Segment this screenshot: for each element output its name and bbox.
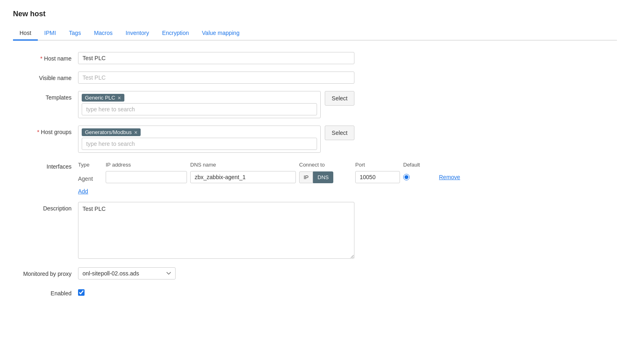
tab-ipmi[interactable]: IPMI — [38, 26, 63, 41]
page-title: New host — [13, 10, 617, 18]
interfaces-row: Interfaces Type IP address DNS name Conn… — [13, 160, 501, 195]
host-groups-select-button[interactable]: Select — [325, 126, 354, 140]
description-label: Description — [13, 202, 78, 212]
templates-control: Generic PLC × Select — [78, 91, 354, 118]
description-row: Description Test PLC — [13, 202, 501, 260]
visible-name-row: Visible name — [13, 72, 501, 84]
template-tag-remove[interactable]: × — [117, 95, 121, 101]
visible-name-control — [78, 72, 354, 84]
templates-label: Templates — [13, 91, 78, 101]
col-action-header — [439, 162, 471, 168]
proxy-control: onl-sitepoll-02.oss.ads — [78, 267, 354, 280]
host-group-tag-generators: Generators/Modbus × — [82, 128, 141, 136]
interface-ip-input[interactable] — [106, 171, 187, 183]
col-default-header: Default — [403, 162, 436, 168]
host-groups-label: Host groups — [13, 126, 78, 135]
tab-inventory[interactable]: Inventory — [119, 26, 156, 41]
template-tag-generic-plc: Generic PLC × — [82, 94, 124, 102]
templates-tag-wrapper[interactable]: Generic PLC × — [78, 91, 321, 118]
interface-port-input[interactable] — [355, 171, 400, 183]
enabled-control — [78, 287, 354, 296]
col-connect-header: Connect to — [299, 162, 352, 168]
tab-encryption[interactable]: Encryption — [156, 26, 196, 41]
template-tag-label: Generic PLC — [85, 95, 115, 101]
col-ip-header: IP address — [106, 162, 187, 168]
proxy-select[interactable]: onl-sitepoll-02.oss.ads — [78, 267, 176, 280]
host-name-control — [78, 52, 354, 64]
host-groups-control: Generators/Modbus × Select — [78, 126, 354, 153]
col-port-header: Port — [355, 162, 400, 168]
visible-name-input[interactable] — [78, 72, 354, 84]
templates-search-input[interactable] — [82, 103, 317, 115]
host-groups-tag-wrapper[interactable]: Generators/Modbus × — [78, 126, 321, 153]
tab-macros[interactable]: Macros — [87, 26, 119, 41]
col-type-header: Type — [78, 162, 102, 168]
connect-dns-button[interactable]: DNS — [313, 171, 333, 183]
interface-ip-wrapper — [106, 171, 187, 183]
tab-host[interactable]: Host — [13, 26, 38, 41]
templates-select-button[interactable]: Select — [325, 91, 354, 106]
host-group-tag-remove[interactable]: × — [134, 130, 137, 135]
interface-default-wrapper — [403, 174, 436, 180]
host-groups-search-input[interactable] — [82, 138, 317, 150]
host-group-tag-label: Generators/Modbus — [85, 129, 132, 135]
interface-remove-wrapper: Remove — [439, 174, 471, 180]
tab-bar: Host IPMI Tags Macros Inventory Encrypti… — [13, 26, 617, 41]
description-textarea[interactable]: Test PLC — [78, 202, 354, 259]
enabled-row: Enabled — [13, 287, 501, 297]
interface-dns-wrapper — [190, 171, 296, 183]
host-name-row: Host name — [13, 52, 501, 64]
interface-dns-input[interactable] — [190, 171, 296, 183]
proxy-label: Monitored by proxy — [13, 267, 78, 277]
visible-name-label: Visible name — [13, 72, 78, 81]
interface-default-radio[interactable] — [403, 174, 410, 180]
interfaces-control: Type IP address DNS name Connect to Port… — [78, 160, 444, 195]
enabled-checkbox-wrapper — [78, 287, 354, 296]
host-form: Host name Visible name Templates Generic… — [13, 52, 501, 297]
interfaces-label: Interfaces — [13, 160, 78, 170]
templates-row: Templates Generic PLC × Select — [13, 91, 501, 118]
tab-value-mapping[interactable]: Value mapping — [196, 26, 246, 41]
enabled-checkbox[interactable] — [78, 289, 85, 296]
proxy-row: Monitored by proxy onl-sitepoll-02.oss.a… — [13, 267, 501, 280]
host-name-input[interactable] — [78, 52, 354, 64]
enabled-label: Enabled — [13, 287, 78, 297]
col-dns-header: DNS name — [190, 162, 296, 168]
description-control: Test PLC — [78, 202, 354, 260]
interface-port-wrapper — [355, 171, 400, 183]
connect-to-toggle: IP DNS — [299, 171, 352, 183]
interface-remove-link[interactable]: Remove — [439, 174, 460, 180]
interfaces-add-link[interactable]: Add — [78, 188, 444, 195]
tab-tags[interactable]: Tags — [63, 26, 88, 41]
interface-type-agent: Agent — [78, 172, 102, 182]
host-groups-row: Host groups Generators/Modbus × Select — [13, 126, 501, 153]
connect-ip-button[interactable]: IP — [299, 171, 313, 183]
host-name-label: Host name — [13, 52, 78, 62]
